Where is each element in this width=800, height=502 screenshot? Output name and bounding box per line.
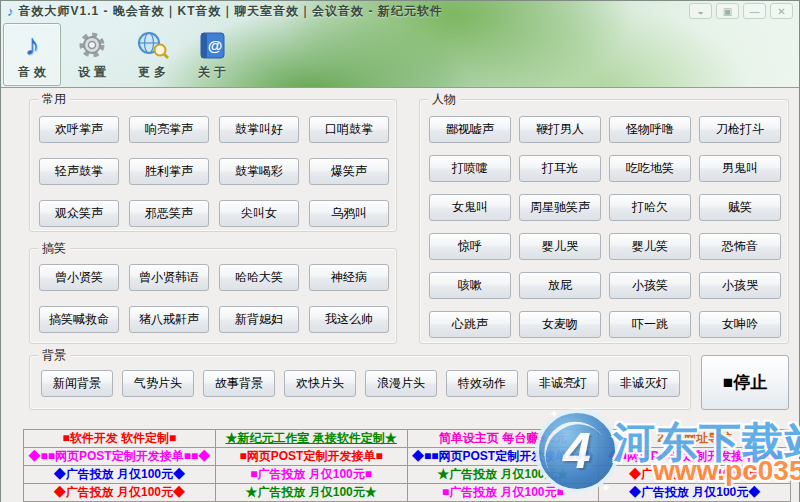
sound-button[interactable]: 猪八戒鼾声	[129, 306, 209, 333]
sound-button[interactable]: 恐怖音	[699, 233, 781, 260]
toolbar-label: 更多	[134, 64, 170, 81]
close-button[interactable]: ✕	[770, 3, 793, 19]
sound-button[interactable]: 胜利掌声	[129, 158, 209, 185]
ad-link[interactable]: ◆■■网页POST定制开发接单■■◆	[24, 448, 216, 466]
svg-text:@: @	[208, 37, 223, 54]
ad-link[interactable]: ◆■网页POST定制开发接单■■◆	[599, 448, 791, 466]
window-title: 音效大师V1.1 - 晚会音效｜KT音效｜聊天室音效｜会议音效 - 新纪元软件	[19, 3, 443, 20]
toolbar-button-sounds[interactable]: ♪ 音效	[3, 23, 61, 86]
sound-button[interactable]: 吓一跳	[609, 311, 691, 338]
sound-button[interactable]: 观众笑声	[39, 200, 119, 227]
sound-button[interactable]: 新闻背景	[41, 370, 113, 397]
sound-button[interactable]: 曾小贤韩语	[129, 264, 209, 291]
stop-button[interactable]: ■停止	[701, 355, 789, 410]
sound-button[interactable]: 女鬼叫	[429, 194, 511, 221]
ad-link[interactable]: ◆广告投放 月仅100元◆	[24, 484, 216, 502]
sound-button[interactable]: 周星驰笑声	[519, 194, 601, 221]
sound-button[interactable]: 心跳声	[429, 311, 511, 338]
sound-button[interactable]: 尖叫女	[219, 200, 299, 227]
ad-link[interactable]: ★广告投放 月仅100元★	[215, 484, 407, 502]
sound-button[interactable]: 气势片头	[122, 370, 194, 397]
app-window: ♪ 音效大师V1.1 - 晚会音效｜KT音效｜聊天室音效｜会议音效 - 新纪元软…	[0, 0, 800, 502]
sound-button[interactable]: 非诚灭灯	[608, 370, 680, 397]
sound-button[interactable]: 女呻吟	[699, 311, 781, 338]
sound-button[interactable]: 神经病	[309, 264, 389, 291]
sound-button[interactable]: 轻声鼓掌	[39, 158, 119, 185]
sound-button[interactable]: 搞笑喊救命	[39, 306, 119, 333]
group-background: 背景 新闻背景 气势片头 故事背景 欢快片头 浪漫片头 特效动作 非诚亮灯 非诚…	[29, 355, 691, 410]
sound-button[interactable]: 口哨鼓掌	[309, 116, 389, 143]
ads-row: ◆广告投放 月仅100元◆ ★广告投放 月仅100元★ ■广告投放 月仅100元…	[24, 484, 791, 502]
toolbar-button-settings[interactable]: 设置	[63, 23, 121, 86]
ad-link[interactable]: ★广告投放 月仅100元★	[407, 466, 599, 484]
window-header: ♪ 音效大师V1.1 - 晚会音效｜KT音效｜聊天室音效｜会议音效 - 新纪元软…	[1, 1, 799, 88]
globe-search-icon	[135, 28, 169, 62]
minimize-button[interactable]: —	[743, 3, 766, 19]
sound-button[interactable]: 欢呼掌声	[39, 116, 119, 143]
sound-button[interactable]: 我这么帅	[309, 306, 389, 333]
sound-button[interactable]: 小孩笑	[609, 272, 691, 299]
sound-button[interactable]: 浪漫片头	[365, 370, 437, 397]
ad-link[interactable]: ◆广告投放 月仅100元◆	[599, 484, 791, 502]
sound-button[interactable]: 小孩哭	[699, 272, 781, 299]
sound-button[interactable]: 打耳光	[519, 155, 601, 182]
ad-link[interactable]: ■广告投放 月仅100元■	[215, 466, 407, 484]
group-common: 常用 欢呼掌声 响亮掌声 鼓掌叫好 口哨鼓掌 轻声鼓掌 胜利掌声 鼓掌喝彩 爆笑…	[29, 99, 397, 232]
group-title: 背景	[38, 348, 70, 362]
app-icon: ♪	[7, 4, 14, 19]
sound-button[interactable]: 故事背景	[203, 370, 275, 397]
ad-link[interactable]: ■网页POST定制开发接单■	[215, 448, 407, 466]
sound-button[interactable]: 鞭打男人	[519, 116, 601, 143]
sound-button[interactable]: 打喷嚏	[429, 155, 511, 182]
ad-link[interactable]: ★新纪元工作室 承接软件定制★	[215, 430, 407, 448]
skin-button[interactable]: ◒	[689, 3, 712, 19]
sound-button[interactable]: 吃吃地笑	[609, 155, 691, 182]
sound-button[interactable]: 曾小贤笑	[39, 264, 119, 291]
sound-button[interactable]: 乌鸦叫	[309, 200, 389, 227]
sound-button[interactable]: 贼笑	[699, 194, 781, 221]
toolbar-button-about[interactable]: @ 关于	[183, 23, 241, 86]
titlebar: ♪ 音效大师V1.1 - 晚会音效｜KT音效｜聊天室音效｜会议音效 - 新纪元软…	[1, 1, 799, 21]
sound-button[interactable]: 非诚亮灯	[527, 370, 599, 397]
sound-button[interactable]: 婴儿笑	[609, 233, 691, 260]
toolbar: ♪ 音效 设置	[1, 21, 799, 88]
toolbar-button-more[interactable]: 更多	[123, 23, 181, 86]
window-controls: ◒ ▣ — ✕	[689, 3, 793, 19]
sound-button[interactable]: 刀枪打斗	[699, 116, 781, 143]
tray-button[interactable]: ▣	[716, 3, 739, 19]
book-at-icon: @	[197, 28, 227, 62]
sound-button[interactable]: 女麦吻	[519, 311, 601, 338]
group-funny: 搞笑 曾小贤笑 曾小贤韩语 哈哈大笑 神经病 搞笑喊救命 猪八戒鼾声 新背媳妇 …	[29, 248, 397, 344]
ad-link[interactable]: 简单设主页 每台赚5.2元	[407, 430, 599, 448]
ad-link[interactable]: 2345网址导航	[599, 430, 791, 448]
ads-row: ◆广告投放 月仅100元◆ ■广告投放 月仅100元■ ★广告投放 月仅100元…	[24, 466, 791, 484]
sound-button[interactable]: 鄙视嘘声	[429, 116, 511, 143]
sound-button[interactable]: 婴儿哭	[519, 233, 601, 260]
gear-icon	[76, 28, 108, 62]
sound-button[interactable]: 打哈欠	[609, 194, 691, 221]
sound-button[interactable]: 惊呼	[429, 233, 511, 260]
toolbar-label: 设置	[74, 64, 110, 81]
sound-button[interactable]: 特效动作	[446, 370, 518, 397]
sound-button[interactable]: 放屁	[519, 272, 601, 299]
sound-button[interactable]: 鼓掌喝彩	[219, 158, 299, 185]
sound-button[interactable]: 欢快片头	[284, 370, 356, 397]
sound-button[interactable]: 男鬼叫	[699, 155, 781, 182]
ad-link[interactable]: ◆广告投放 月仅100元◆	[24, 466, 216, 484]
ad-link[interactable]: ◆广告投放 月仅100元◆	[599, 466, 791, 484]
group-title: 搞笑	[38, 241, 70, 255]
ad-link[interactable]: ■广告投放 月仅100元■	[407, 484, 599, 502]
sound-button[interactable]: 响亮掌声	[129, 116, 209, 143]
ads-table: ■软件开发 软件定制■ ★新纪元工作室 承接软件定制★ 简单设主页 每台赚5.2…	[23, 429, 791, 502]
sound-button[interactable]: 哈哈大笑	[219, 264, 299, 291]
sound-button[interactable]: 怪物呼噜	[609, 116, 691, 143]
ads-row: ■软件开发 软件定制■ ★新纪元工作室 承接软件定制★ 简单设主页 每台赚5.2…	[24, 430, 791, 448]
sound-button[interactable]: 邪恶笑声	[129, 200, 209, 227]
group-title: 人物	[428, 92, 460, 106]
sound-button[interactable]: 咳嗽	[429, 272, 511, 299]
sound-button[interactable]: 新背媳妇	[219, 306, 299, 333]
sound-button[interactable]: 鼓掌叫好	[219, 116, 299, 143]
ad-link[interactable]: ■软件开发 软件定制■	[24, 430, 216, 448]
sound-button[interactable]: 爆笑声	[309, 158, 389, 185]
ad-link[interactable]: ◆■■网页POST定制开发接单■■◆	[407, 448, 599, 466]
